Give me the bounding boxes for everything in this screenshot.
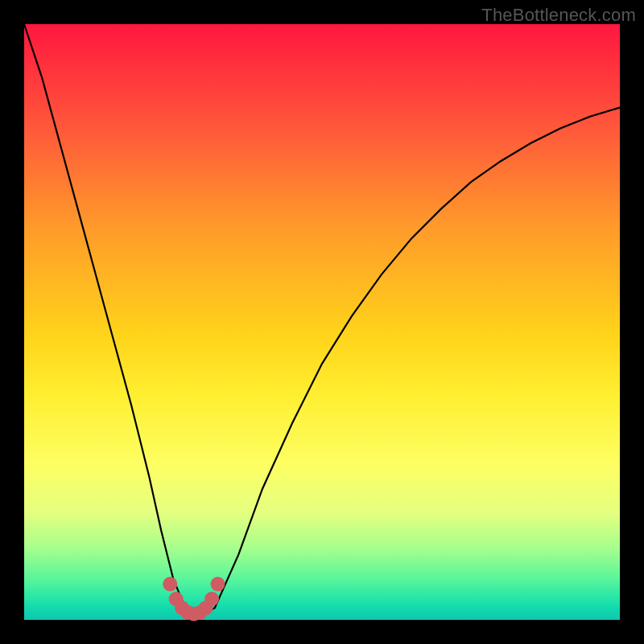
chart-gradient-area (24, 24, 620, 620)
watermark-text: TheBottleneck.com (481, 5, 636, 26)
chart-frame: TheBottleneck.com (0, 0, 644, 644)
marker-dot (211, 577, 225, 592)
marker-dot (204, 592, 219, 606)
optimal-region-markers (163, 577, 225, 621)
bottleneck-curve (24, 24, 620, 614)
chart-svg (24, 24, 620, 620)
marker-dot (163, 577, 177, 592)
